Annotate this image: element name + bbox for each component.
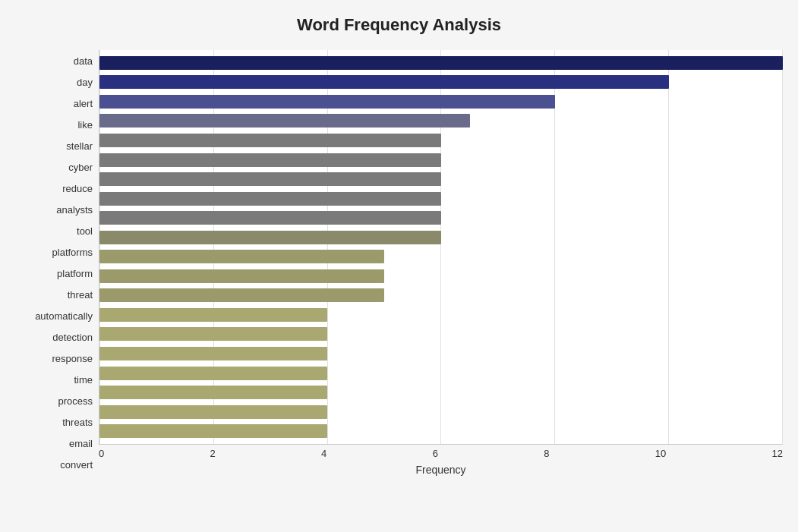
bars-area — [99, 50, 783, 445]
y-axis-label: time — [74, 370, 93, 390]
x-tick: 2 — [210, 448, 216, 459]
bar — [99, 424, 327, 438]
bar-row — [99, 365, 783, 382]
y-axis-label: like — [77, 115, 93, 134]
bar — [99, 75, 669, 89]
bars-wrapper — [99, 50, 783, 444]
bar — [99, 386, 327, 399]
y-axis-label: threat — [68, 285, 93, 305]
y-axis-label: convert — [60, 455, 93, 475]
x-tick: 10 — [655, 448, 666, 459]
bar-row — [99, 423, 783, 439]
bar-row — [99, 326, 783, 342]
y-axis-label: detection — [52, 328, 93, 348]
x-tick: 8 — [544, 448, 549, 459]
y-axis-label: reduce — [62, 178, 93, 198]
bar-row — [99, 404, 783, 420]
bar — [99, 114, 470, 127]
x-axis: 024681012 — [99, 445, 783, 459]
y-axis-label: threats — [62, 413, 93, 433]
y-axis-label: platforms — [52, 242, 93, 262]
chart-title: Word Frequency Analysis — [15, 15, 783, 35]
chart-container: Word Frequency Analysis datadayalertlike… — [0, 0, 798, 532]
y-axis-label: alert — [74, 93, 93, 113]
bar — [99, 172, 441, 186]
bar — [99, 327, 327, 341]
y-axis-label: process — [58, 392, 93, 411]
bar-row — [99, 229, 783, 246]
bar — [99, 269, 384, 283]
bar — [99, 56, 783, 70]
bar — [99, 231, 441, 244]
bar — [99, 288, 384, 302]
bar — [99, 308, 327, 322]
bar — [99, 405, 327, 419]
y-axis-label: cyber — [68, 157, 93, 177]
bar-row — [99, 384, 783, 401]
y-axis: datadayalertlikestellarcyberreduceanalys… — [15, 50, 99, 476]
bar — [99, 134, 441, 147]
bar — [99, 367, 327, 380]
bar — [99, 153, 441, 167]
bars-and-xaxis: 024681012 Frequency — [99, 50, 783, 476]
x-tick: 0 — [99, 448, 104, 459]
bar-row — [99, 93, 783, 110]
bar-row — [99, 171, 783, 187]
y-axis-label: analysts — [56, 200, 93, 219]
y-axis-label: day — [77, 72, 93, 92]
y-axis-label: data — [74, 51, 93, 71]
bar-row — [99, 132, 783, 149]
bar — [99, 250, 384, 263]
bar-row — [99, 112, 783, 129]
bar-row — [99, 287, 783, 304]
bar-row — [99, 152, 783, 168]
y-axis-label: tool — [77, 221, 93, 241]
x-axis-label: Frequency — [99, 464, 783, 476]
bar-row — [99, 74, 783, 90]
y-axis-label: email — [69, 434, 93, 454]
y-axis-label: response — [52, 349, 93, 369]
bar — [99, 347, 327, 360]
bar-row — [99, 55, 783, 71]
chart-area: datadayalertlikestellarcyberreduceanalys… — [15, 50, 783, 476]
bar — [99, 95, 555, 109]
y-axis-label: platform — [57, 263, 93, 283]
bar — [99, 192, 441, 206]
y-axis-label: stellar — [66, 136, 93, 156]
x-tick: 12 — [772, 448, 783, 459]
y-axis-label: automatically — [35, 307, 93, 326]
bar-row — [99, 345, 783, 362]
bar-row — [99, 268, 783, 285]
bar-row — [99, 248, 783, 265]
x-tick: 4 — [321, 448, 326, 459]
x-tick: 6 — [433, 448, 438, 459]
bar-row — [99, 190, 783, 207]
bar-row — [99, 307, 783, 323]
bar-row — [99, 209, 783, 226]
bar — [99, 211, 441, 225]
